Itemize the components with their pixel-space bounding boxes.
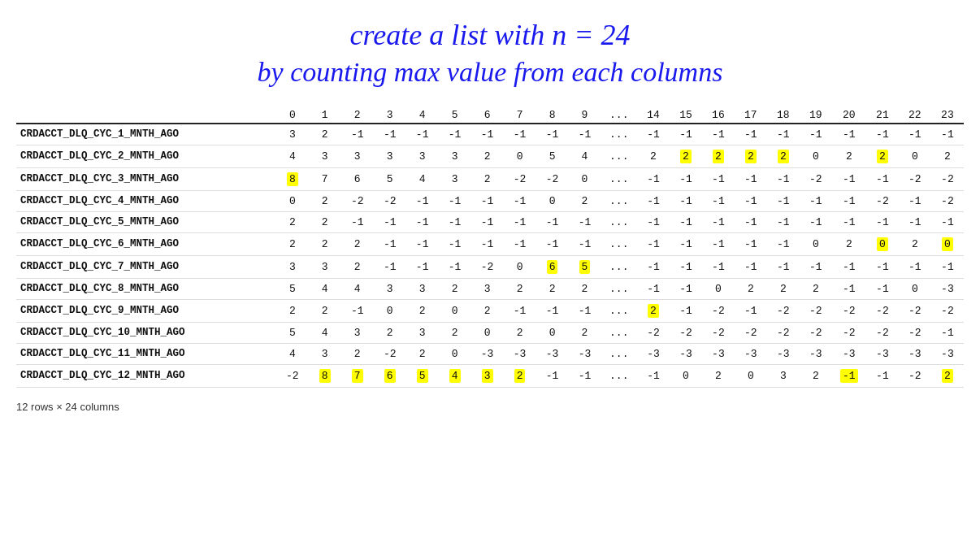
cell-r9-c2: 3: [341, 322, 374, 343]
cell-r6-c1: 3: [309, 255, 341, 278]
cell-r1-c10: ...: [601, 145, 637, 167]
cell-r5-c9: -1: [569, 232, 601, 255]
cell-r3-c1: 2: [309, 190, 341, 211]
cell-r6-c4: -1: [406, 255, 439, 278]
cell-r8-c19: -2: [899, 299, 931, 322]
row-label-3: CRDACCT_DLQ_CYC_3_MNTH_AGO: [16, 167, 276, 190]
cell-r11-c4: 5: [406, 364, 439, 387]
cell-r5-c4: -1: [406, 232, 439, 255]
cell-r8-c2: -1: [341, 299, 374, 322]
col-header-20: 20: [832, 107, 866, 124]
cell-r6-c7: 0: [504, 255, 536, 278]
cell-r9-c8: 0: [536, 322, 569, 343]
cell-r4-c18: -1: [866, 211, 899, 232]
col-header-6: 6: [471, 107, 504, 124]
cell-r9-c19: -2: [899, 322, 931, 343]
cell-r9-c3: 2: [374, 322, 406, 343]
cell-r5-c19: 2: [899, 232, 931, 255]
cell-r11-c2: 7: [341, 364, 374, 387]
table-row: CRDACCT_DLQ_CYC_3_MNTH_AGO8765432-2-20..…: [16, 167, 964, 190]
cell-r10-c17: -3: [832, 343, 866, 364]
cell-r11-c6: 3: [471, 364, 504, 387]
cell-r9-c6: 0: [471, 322, 504, 343]
col-header-9: 9: [569, 107, 601, 124]
cell-r1-c19: 0: [899, 145, 931, 167]
row-label-2: CRDACCT_DLQ_CYC_2_MNTH_AGO: [16, 145, 276, 167]
cell-r7-c3: 3: [374, 278, 406, 299]
column-headers: 0123456789...14151617181920212223: [16, 107, 964, 124]
cell-r9-c1: 4: [309, 322, 341, 343]
cell-r3-c17: -1: [832, 190, 866, 211]
row-label-10: CRDACCT_DLQ_CYC_10_MNTH_AGO: [16, 322, 276, 343]
cell-r10-c12: -3: [670, 343, 702, 364]
cell-r3-c0: 0: [276, 190, 309, 211]
cell-r2-c1: 7: [309, 167, 341, 190]
cell-r3-c8: 0: [536, 190, 569, 211]
cell-r7-c16: 2: [800, 278, 832, 299]
cell-r11-c10: ...: [601, 364, 637, 387]
cell-r7-c2: 4: [341, 278, 374, 299]
cell-r3-c14: -1: [735, 190, 767, 211]
cell-r9-c20: -1: [931, 322, 964, 343]
cell-r10-c8: -3: [536, 343, 569, 364]
cell-r8-c20: -2: [931, 299, 964, 322]
cell-r2-c2: 6: [341, 167, 374, 190]
cell-r6-c0: 3: [276, 255, 309, 278]
table-row: CRDACCT_DLQ_CYC_6_MNTH_AGO222-1-1-1-1-1-…: [16, 232, 964, 255]
cell-r0-c18: -1: [866, 124, 899, 145]
cell-r3-c13: -1: [702, 190, 735, 211]
cell-r11-c12: 0: [670, 364, 702, 387]
cell-r11-c5: 4: [439, 364, 471, 387]
row-label-6: CRDACCT_DLQ_CYC_6_MNTH_AGO: [16, 232, 276, 255]
table-body: CRDACCT_DLQ_CYC_1_MNTH_AGO32-1-1-1-1-1-1…: [16, 124, 964, 388]
cell-r3-c10: ...: [601, 190, 637, 211]
col-header-5: 5: [439, 107, 471, 124]
cell-r10-c20: -3: [931, 343, 964, 364]
cell-r7-c18: -1: [866, 278, 899, 299]
cell-r2-c14: -1: [735, 167, 767, 190]
cell-r2-c8: -2: [536, 167, 569, 190]
cell-r6-c14: -1: [735, 255, 767, 278]
cell-r5-c0: 2: [276, 232, 309, 255]
cell-r8-c9: -1: [569, 299, 601, 322]
cell-r0-c15: -1: [767, 124, 800, 145]
cell-r7-c8: 2: [536, 278, 569, 299]
cell-r7-c20: -3: [931, 278, 964, 299]
cell-r1-c5: 3: [439, 145, 471, 167]
cell-r4-c4: -1: [406, 211, 439, 232]
footer-text: 12 rows × 24 columns: [16, 401, 964, 413]
col-header-14: 14: [637, 107, 670, 124]
cell-r1-c12: 2: [670, 145, 702, 167]
cell-r5-c5: -1: [439, 232, 471, 255]
row-label-12: CRDACCT_DLQ_CYC_12_MNTH_AGO: [16, 364, 276, 387]
row-label-9: CRDACCT_DLQ_CYC_9_MNTH_AGO: [16, 299, 276, 322]
cell-r9-c17: -2: [832, 322, 866, 343]
cell-r9-c13: -2: [702, 322, 735, 343]
cell-r3-c16: -1: [800, 190, 832, 211]
cell-r3-c12: -1: [670, 190, 702, 211]
table-row: CRDACCT_DLQ_CYC_11_MNTH_AGO432-220-3-3-3…: [16, 343, 964, 364]
cell-r8-c14: -1: [735, 299, 767, 322]
cell-r5-c2: 2: [341, 232, 374, 255]
cell-r1-c14: 2: [735, 145, 767, 167]
cell-r10-c18: -3: [866, 343, 899, 364]
cell-r4-c13: -1: [702, 211, 735, 232]
cell-r0-c19: -1: [899, 124, 931, 145]
cell-r8-c5: 0: [439, 299, 471, 322]
cell-r3-c9: 2: [569, 190, 601, 211]
cell-r0-c0: 3: [276, 124, 309, 145]
cell-r11-c17: -1: [832, 364, 866, 387]
cell-r8-c1: 2: [309, 299, 341, 322]
cell-r4-c15: -1: [767, 211, 800, 232]
cell-r0-c7: -1: [504, 124, 536, 145]
cell-r7-c13: 0: [702, 278, 735, 299]
cell-r5-c7: -1: [504, 232, 536, 255]
cell-r4-c11: -1: [637, 211, 670, 232]
cell-r5-c20: 0: [931, 232, 964, 255]
cell-r7-c7: 2: [504, 278, 536, 299]
cell-r11-c0: -2: [276, 364, 309, 387]
cell-r6-c11: -1: [637, 255, 670, 278]
cell-r6-c16: -1: [800, 255, 832, 278]
col-header-2: 2: [341, 107, 374, 124]
cell-r8-c12: -1: [670, 299, 702, 322]
